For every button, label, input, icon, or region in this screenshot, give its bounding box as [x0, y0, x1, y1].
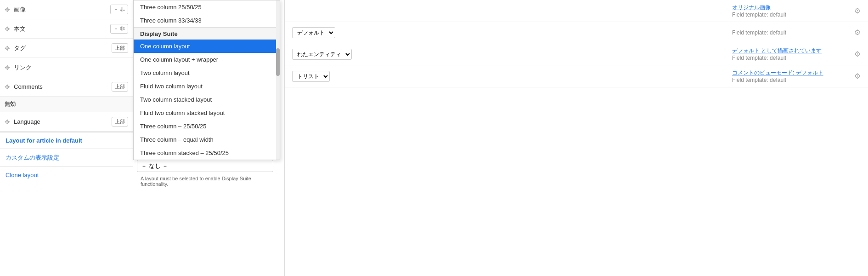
drag-handle-tag[interactable]: ✥ [5, 45, 10, 52]
field-badge-comments: 上部 [112, 82, 128, 92]
field-row-tag: ✥ タグ 上部 [0, 39, 133, 58]
custom-display-link[interactable]: カスタムの表示設定 [0, 149, 133, 167]
layout-title: Layout for article in default [0, 132, 133, 149]
field-badge-body: － 非 [110, 24, 128, 34]
field-badge-image: － 非 [110, 5, 128, 14]
field-row-link: ✥ リンク [0, 58, 133, 77]
comments-field-template: Field template: default [732, 77, 847, 83]
right-field-info-comments: コメントのビューモード: デフォルト Field template: defau… [732, 69, 847, 83]
field-label-image: 画像 [14, 6, 107, 14]
gear-icon-body[interactable]: ⚙ [854, 28, 861, 37]
gear-icon-original-image[interactable]: ⚙ [854, 6, 861, 15]
right-field-row-original-image: オリジナル画像 Field template: default ⚙ [285, 0, 868, 22]
tag-info-link[interactable]: デフォルト として描画されています [732, 47, 847, 55]
drag-handle-link[interactable]: ✥ [5, 64, 10, 71]
bottom-panel: Layout for article in default カスタムの表示設定 … [0, 132, 133, 183]
right-field-label-tag: れたエンティティ [292, 49, 732, 60]
dropdown-item-three-col-equal-width[interactable]: Three column – equal width [134, 133, 280, 146]
field-label-language: Language [14, 118, 109, 125]
dropdown-section-display-suite: Display Suite [134, 27, 280, 40]
dropdown-item-three-col-33-34-33[interactable]: Three column 33/34/33 [134, 14, 280, 27]
tag-select-dropdown[interactable]: れたエンティティ [292, 49, 352, 60]
field-label-tag: タグ [14, 44, 109, 52]
right-field-info-original-image: オリジナル画像 Field template: default [732, 4, 847, 18]
scrollbar-thumb[interactable] [276, 48, 280, 76]
dropdown-item-three-col-25-50-25-top[interactable]: Three column 25/50/25 [134, 0, 280, 14]
clone-layout-link[interactable]: Clone layout [0, 167, 133, 183]
right-field-info-tag: デフォルト として描画されています Field template: defaul… [732, 47, 847, 61]
scrollbar-track [276, 0, 280, 160]
right-field-label-body: デフォルト [292, 27, 732, 38]
body-field-template: Field template: default [732, 29, 847, 36]
comments-select-dropdown[interactable]: トリスト [292, 71, 330, 82]
field-label-comments: Comments [14, 83, 109, 90]
left-panel: ✥ 画像 － 非 ✥ 本文 － 非 ✥ タグ 上部 ✥ リンク ✥ Commen… [0, 0, 133, 276]
dropdown-item-fluid-two-column-stacked[interactable]: Fluid two column stacked layout [134, 106, 280, 120]
right-field-row-comments: トリスト コメントのビューモード: デフォルト Field template: … [285, 65, 868, 87]
field-badge-tag: 上部 [112, 43, 128, 53]
field-row-comments: ✥ Comments 上部 [0, 77, 133, 97]
dropdown-item-two-column[interactable]: Two column layout [134, 66, 280, 80]
field-label-body: 本文 [14, 25, 107, 33]
drag-handle-body[interactable]: ✥ [5, 25, 10, 33]
gear-icon-comments[interactable]: ⚙ [854, 72, 861, 80]
dropdown-area: Three column 25/50/25 Three column 33/34… [133, 0, 285, 276]
dropdown-item-two-column-stacked[interactable]: Two column stacked layout [134, 93, 280, 106]
layout-select[interactable]: － なし － [137, 160, 273, 172]
right-panel: オリジナル画像 Field template: default ⚙ デフォルト … [285, 0, 868, 276]
field-label-link: リンク [14, 63, 128, 72]
drag-handle-image[interactable]: ✥ [5, 6, 10, 13]
field-row-image: ✥ 画像 － 非 [0, 0, 133, 19]
tag-field-template: Field template: default [732, 55, 847, 61]
dropdown-item-three-col-25-50-25[interactable]: Three column – 25/50/25 [134, 120, 280, 133]
comments-info-link[interactable]: コメントのビューモード: デフォルト [732, 69, 847, 77]
dropdown-item-three-col-stacked-25-50-25[interactable]: Three column stacked – 25/50/25 [134, 146, 280, 160]
right-field-label-comments: トリスト [292, 71, 732, 82]
original-image-info-link[interactable]: オリジナル画像 [732, 4, 847, 12]
body-select-dropdown[interactable]: デフォルト [292, 27, 335, 38]
dropdown-item-fluid-two-column[interactable]: Fluid two column layout [134, 80, 280, 93]
field-row-body: ✥ 本文 － 非 [0, 19, 133, 39]
field-badge-language: 上部 [112, 117, 128, 126]
dropdown-popup: Three column 25/50/25 Three column 33/34… [133, 0, 280, 160]
gear-icon-tag[interactable]: ⚙ [854, 50, 861, 58]
dropdown-item-one-column-wrapper[interactable]: One column layout + wrapper [134, 53, 280, 66]
dropdown-item-one-column[interactable]: One column layout [134, 40, 280, 53]
field-row-language: ✥ Language 上部 [0, 112, 133, 132]
right-field-row-tag: れたエンティティ デフォルト として描画されています Field templat… [285, 43, 868, 65]
dropdown-hint: A layout must be selected to enable Disp… [137, 174, 281, 189]
right-field-row-body: デフォルト Field template: default ⚙ [285, 22, 868, 43]
disabled-section-label: 無効 [0, 97, 133, 112]
original-image-field-template: Field template: default [732, 12, 847, 18]
right-field-info-body: Field template: default [732, 29, 847, 36]
drag-handle-language[interactable]: ✥ [5, 118, 10, 126]
drag-handle-comments[interactable]: ✥ [5, 83, 10, 91]
